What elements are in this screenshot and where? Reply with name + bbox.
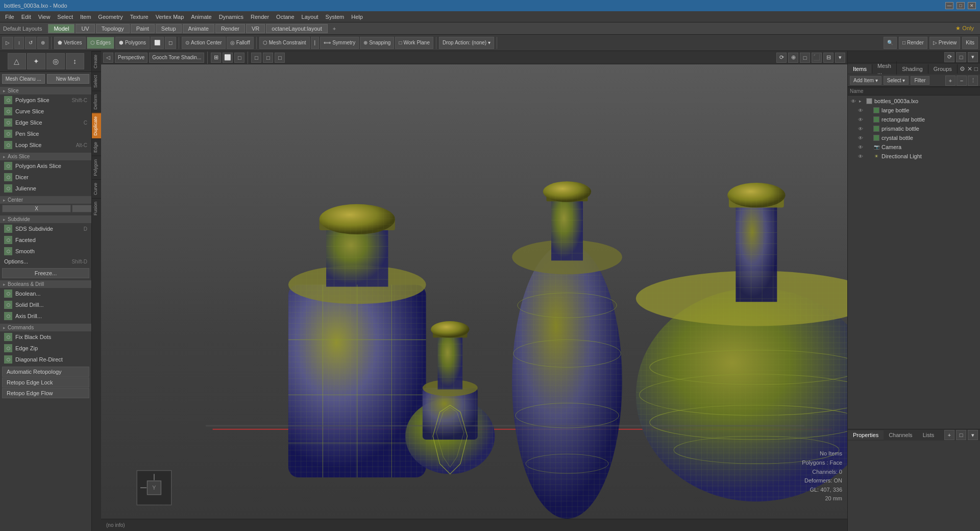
items-tab[interactable]: Items: [848, 64, 872, 74]
rotate-btn[interactable]: ↺: [25, 37, 36, 49]
menu-item-select[interactable]: Select: [54, 13, 76, 21]
center-header[interactable]: Center: [0, 196, 91, 204]
work-plane-btn[interactable]: □ Work Plane: [395, 37, 433, 49]
expand-arrow[interactable]: ▸: [859, 99, 864, 104]
create-tab[interactable]: Create: [92, 51, 101, 71]
lists-tab[interactable]: Lists: [918, 430, 940, 440]
preview-btn[interactable]: ▷ Preview: [929, 37, 961, 49]
select-mode-btn[interactable]: ▷: [2, 37, 13, 49]
camera-eye[interactable]: 👁: [857, 143, 864, 151]
viewport-nav-btn[interactable]: ◁: [103, 53, 113, 63]
panel-settings-icon[interactable]: ⚙: [960, 65, 965, 73]
menu-item-animate[interactable]: Animate: [188, 13, 214, 21]
drop-action-btn[interactable]: Drop Action: (none) ▾: [439, 37, 494, 49]
symmetry-bar[interactable]: |: [311, 37, 320, 49]
eye-icon[interactable]: 👁: [850, 98, 857, 105]
viewport-fullscreen[interactable]: ⬛: [812, 53, 822, 63]
layout-tab-uv[interactable]: UV: [76, 24, 94, 33]
items-add-icon[interactable]: +: [945, 76, 955, 86]
sds-subdivide-item[interactable]: ⬡ SDS Subdivide D: [0, 223, 91, 234]
create-tool[interactable]: △: [8, 53, 26, 69]
viewport-shader-btn[interactable]: Gooch Tone Shadin...: [149, 53, 204, 63]
channels-tab[interactable]: Channels: [884, 430, 917, 440]
large-bottle-eye[interactable]: 👁: [857, 107, 864, 114]
layout-tab-octanelayout-layout[interactable]: octaneLayout:layout: [266, 24, 327, 33]
item-row-large-bottle[interactable]: 👁 large bottle: [855, 106, 980, 115]
select-items-btn[interactable]: Select ▾: [884, 76, 909, 85]
fusion-tab[interactable]: Fusion: [92, 198, 101, 219]
menu-item-texture[interactable]: Texture: [127, 13, 152, 21]
layout-tab-model[interactable]: Model: [48, 24, 75, 33]
menu-item-system[interactable]: System: [323, 13, 348, 21]
solid-drill-item[interactable]: ⬡ Solid Drill...: [0, 299, 91, 310]
pen-slice-item[interactable]: ⬡ Pen Slice: [0, 128, 91, 139]
dir-light-eye[interactable]: 👁: [857, 153, 864, 160]
viewport[interactable]: ◁ Perspective Gooch Tone Shadin... ⊞ ⬜ □…: [101, 51, 847, 531]
viewport-extra-btn[interactable]: □: [275, 53, 285, 63]
viewport-canvas[interactable]: Y No Items Polygons : Face Channels: 0 D…: [101, 64, 847, 519]
duplicate-tab[interactable]: Duplicate: [92, 113, 101, 139]
menu-item-layout[interactable]: Layout: [299, 13, 322, 21]
viewport-cam-btn[interactable]: □: [263, 53, 273, 63]
add-layout-button[interactable]: +: [330, 25, 339, 33]
viewport-wireframe-btn[interactable]: ⬜: [223, 53, 233, 63]
viewport-split[interactable]: ⊟: [823, 53, 834, 63]
mask-btn[interactable]: ◻: [165, 37, 176, 49]
polygon-slice-item[interactable]: ⬡ Polygon Slice Shift-C: [0, 94, 91, 106]
props-add-btn[interactable]: +: [944, 430, 954, 440]
menu-item-edit[interactable]: Edit: [18, 13, 34, 21]
mesh-constraint-btn[interactable]: ⬡ Mesh Constraint: [259, 37, 310, 49]
axis-drill-item[interactable]: ⬡ Axis Drill...: [0, 310, 91, 322]
new-mesh-btn[interactable]: New Mesh: [47, 74, 90, 84]
item-row-rect-bottle[interactable]: 👁 rectangular bottle: [855, 115, 980, 124]
smooth-item[interactable]: ⬡ Smooth: [0, 246, 91, 257]
layout-tab-setup[interactable]: Setup: [156, 24, 182, 33]
props-more-btn[interactable]: ▾: [968, 430, 978, 440]
items-minus-icon[interactable]: −: [957, 76, 967, 86]
menu-item-help[interactable]: Help: [348, 13, 366, 21]
viewport-nav-home[interactable]: ⟳: [776, 53, 787, 63]
options-item[interactable]: Options... Shift-D: [0, 257, 91, 266]
item-row-crystal-bottle[interactable]: 👁 crystal bottle: [855, 133, 980, 142]
freeze-btn[interactable]: Freeze...: [2, 268, 89, 278]
scale-btn[interactable]: ⊕: [37, 37, 48, 49]
edge-tab[interactable]: Edge: [92, 138, 101, 156]
groups-tab[interactable]: Groups: [928, 64, 958, 74]
center-x-input[interactable]: [2, 205, 71, 212]
edge-zip-item[interactable]: ⬡ Edge Zip: [0, 343, 91, 354]
add-item-btn[interactable]: Add Item ▾: [850, 76, 881, 85]
menu-item-dynamics[interactable]: Dynamics: [216, 13, 247, 21]
edges-btn[interactable]: ⬡ Edges: [87, 37, 114, 49]
axis-slice-header[interactable]: Axis Slice: [0, 153, 91, 160]
layout-tab-animate[interactable]: Animate: [183, 24, 214, 33]
vertices-btn[interactable]: ⬟ Vertices: [54, 37, 86, 49]
layout-tab-render[interactable]: Render: [215, 24, 245, 33]
viewport-more[interactable]: ▾: [835, 53, 845, 63]
menu-item-render[interactable]: Render: [248, 13, 272, 21]
action-center-btn[interactable]: ⊙ Action Center: [182, 37, 226, 49]
panel-icons-btn[interactable]: ⟳: [944, 52, 954, 62]
subdivide-header[interactable]: Subdivide: [0, 215, 91, 223]
julienne-item[interactable]: ⬡ Julienne: [0, 183, 91, 194]
render-btn[interactable]: □ Render: [899, 37, 927, 49]
faceted-item[interactable]: ⬡ Faceted: [0, 234, 91, 246]
items-more-icon[interactable]: ⋮: [968, 76, 978, 86]
menu-item-file[interactable]: File: [2, 13, 17, 21]
props-expand-btn[interactable]: □: [956, 430, 966, 440]
select-tab[interactable]: Select: [92, 71, 101, 91]
retopo-edge-lock-btn[interactable]: Retopo Edge Lock: [2, 377, 89, 388]
menu-item-view[interactable]: View: [35, 13, 54, 21]
crystal-bottle-eye[interactable]: 👁: [857, 134, 864, 141]
edge-slice-item[interactable]: ⬡ Edge Slice C: [0, 117, 91, 128]
layout-tab-paint[interactable]: Paint: [131, 24, 155, 33]
prismatic-bottle-eye[interactable]: 👁: [857, 125, 864, 132]
center-y-input[interactable]: [72, 205, 91, 212]
viewport-channel-btn[interactable]: □: [251, 53, 261, 63]
item-row-camera[interactable]: 👁 📷 Camera: [855, 142, 980, 152]
rect-bottle-eye[interactable]: 👁: [857, 116, 864, 123]
viewport-zoom-fit[interactable]: ⊕: [788, 53, 798, 63]
curve-slice-item[interactable]: ⬡ Curve Slice: [0, 106, 91, 117]
viewport-perspective-btn[interactable]: Perspective: [115, 53, 148, 63]
menu-item-geometry[interactable]: Geometry: [95, 13, 126, 21]
retopo-edge-flow-btn[interactable]: Retopo Edge Flow: [2, 388, 89, 398]
